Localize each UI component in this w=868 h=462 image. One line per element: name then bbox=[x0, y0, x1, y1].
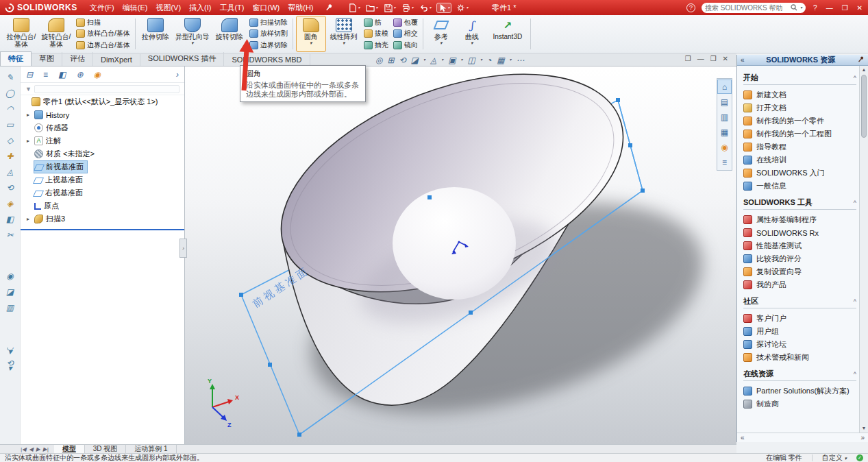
collapse-chevron-icon[interactable] bbox=[854, 371, 856, 378]
left-tool-icon[interactable] bbox=[6, 73, 13, 82]
wrap-button[interactable]: 包覆 bbox=[393, 18, 418, 28]
boundary-boss-button[interactable]: 边界凸台/基体 bbox=[76, 40, 130, 50]
section-header-start[interactable]: 开始 bbox=[743, 73, 856, 85]
tree-item-history[interactable]: History bbox=[21, 108, 184, 121]
tree-root-item[interactable]: 零件1 (默认<<默认>_显示状态 1>) bbox=[21, 95, 184, 108]
link-partner-solutions[interactable]: Partner Solutions(解决方案) bbox=[743, 385, 856, 398]
expand-arrow-icon[interactable] bbox=[27, 216, 34, 222]
menu-view[interactable]: 视图(V) bbox=[151, 1, 185, 14]
zoom-to-area-icon[interactable] bbox=[387, 56, 394, 65]
fillet-dropdown-icon[interactable] bbox=[310, 40, 312, 45]
flyout-expand-icon[interactable] bbox=[176, 70, 179, 80]
scrollbar-thumb[interactable] bbox=[861, 75, 867, 138]
featuremanager-tab-icon[interactable] bbox=[26, 70, 33, 80]
options-button[interactable] bbox=[456, 3, 469, 12]
pin-menu-icon[interactable] bbox=[325, 3, 333, 12]
extrude-boss-button[interactable]: 拉伸凸台/基体 bbox=[5, 16, 38, 51]
tab-features[interactable]: 特征 bbox=[0, 51, 32, 66]
section-header-tools[interactable]: SOLIDWORKS 工具 bbox=[743, 197, 856, 210]
zoom-to-fit-icon[interactable] bbox=[375, 56, 382, 65]
first-tab-icon[interactable] bbox=[21, 446, 26, 452]
left-tool-icon[interactable] bbox=[6, 303, 14, 313]
dimxpertmanager-tab-icon[interactable] bbox=[76, 70, 83, 80]
dropdown-icon[interactable] bbox=[467, 5, 469, 10]
design-library-tab-icon[interactable] bbox=[718, 95, 731, 108]
link-discussion-forum[interactable]: 探讨论坛 bbox=[743, 338, 856, 351]
intersect-button[interactable]: 相交 bbox=[393, 29, 418, 39]
left-tool-icon[interactable] bbox=[7, 136, 13, 145]
linear-pattern-button[interactable]: 线性阵列 bbox=[327, 16, 360, 51]
left-tool-flyout[interactable] bbox=[6, 361, 13, 371]
section-header-community[interactable]: 社区 bbox=[743, 296, 856, 308]
tree-item-material[interactable]: 材质 <未指定> bbox=[21, 147, 184, 160]
link-first-part[interactable]: 制作我的第一个零件 bbox=[743, 114, 856, 127]
close-button[interactable] bbox=[856, 4, 864, 12]
dropdown-icon[interactable] bbox=[358, 5, 360, 10]
left-tool-icon[interactable] bbox=[6, 120, 14, 130]
dropdown-icon[interactable] bbox=[412, 5, 414, 10]
link-performance-benchmark[interactable]: 性能基准测试 bbox=[743, 239, 856, 252]
tree-item-top-plane[interactable]: 上视基准面 bbox=[21, 173, 184, 186]
dropdown-icon[interactable] bbox=[376, 5, 378, 10]
left-tool-icon[interactable] bbox=[7, 199, 13, 208]
pin-pane-icon[interactable] bbox=[857, 56, 865, 64]
configurationmanager-tab-icon[interactable] bbox=[58, 70, 66, 80]
dropdown-icon[interactable] bbox=[343, 40, 345, 45]
apply-scene-icon[interactable] bbox=[497, 56, 504, 65]
tab-dimxpert[interactable]: DimXpert bbox=[93, 54, 140, 66]
left-tool-icon[interactable] bbox=[7, 167, 13, 177]
link-property-tab-builder[interactable]: 属性标签编制程序 bbox=[743, 213, 856, 226]
loft-button[interactable]: 放样凸台/基体 bbox=[76, 29, 130, 39]
link-copy-settings-wizard[interactable]: 复制设置向导 bbox=[743, 265, 856, 278]
displaymanager-tab-icon[interactable] bbox=[93, 70, 100, 80]
help-circle-icon[interactable]: ? bbox=[686, 3, 695, 12]
link-user-groups[interactable]: 用户组 bbox=[743, 325, 856, 338]
extrude-cut-button[interactable]: 拉伸切除 bbox=[139, 16, 172, 51]
save-button[interactable] bbox=[384, 3, 396, 12]
dropdown-icon[interactable] bbox=[448, 5, 450, 10]
tree-item-origin[interactable]: 原点 bbox=[21, 199, 184, 212]
doc-minimize-icon[interactable] bbox=[697, 55, 704, 62]
dropdown-icon[interactable] bbox=[440, 40, 443, 45]
left-tool-icon[interactable] bbox=[6, 230, 13, 240]
link-manufacturers[interactable]: 制造商 bbox=[743, 398, 856, 411]
link-tech-alerts-news[interactable]: 技术警戒和新闻 bbox=[743, 351, 856, 364]
tree-item-right-plane[interactable]: 右视基准面 bbox=[21, 186, 184, 199]
dropdown-icon[interactable] bbox=[510, 58, 512, 62]
left-tool-icon[interactable] bbox=[5, 88, 14, 98]
tree-item-annotations[interactable]: 注解 bbox=[21, 134, 184, 147]
prev-tab-icon[interactable] bbox=[29, 446, 33, 452]
viewport-3d-scene[interactable]: 前视基准面 Y X Z bbox=[185, 66, 736, 444]
link-online-training[interactable]: 在线培训 bbox=[743, 154, 856, 167]
menu-window[interactable]: 窗口(W) bbox=[249, 1, 284, 14]
link-general-info[interactable]: 一般信息 bbox=[743, 180, 856, 193]
collapse-chevron-icon[interactable] bbox=[854, 199, 856, 206]
panel-collapse-handle[interactable] bbox=[179, 239, 187, 258]
dropdown-icon[interactable] bbox=[394, 5, 396, 10]
collapse-chevron-icon[interactable] bbox=[854, 298, 856, 305]
dropdown-icon[interactable] bbox=[191, 40, 194, 45]
menu-insert[interactable]: 插入(I) bbox=[185, 1, 215, 14]
next-tab-icon[interactable] bbox=[36, 446, 40, 452]
menu-help[interactable]: 帮助(H) bbox=[284, 1, 317, 14]
left-tool-icon[interactable] bbox=[6, 215, 14, 224]
left-tool-icon[interactable] bbox=[6, 104, 13, 114]
tab-sketch[interactable]: 草图 bbox=[32, 52, 62, 66]
left-tool-icon[interactable] bbox=[6, 271, 13, 281]
tab-model[interactable]: 模型 bbox=[54, 445, 85, 453]
left-tool-flyout[interactable] bbox=[6, 344, 13, 354]
hole-wizard-button[interactable]: 异型孔向导 bbox=[174, 16, 211, 51]
tree-item-sensors[interactable]: 传感器 bbox=[21, 121, 184, 134]
shell-button[interactable]: 抽壳 bbox=[364, 40, 388, 50]
propertymanager-tab-icon[interactable] bbox=[43, 70, 48, 80]
view-palette-tab-icon[interactable] bbox=[718, 125, 731, 138]
search-box[interactable] bbox=[702, 3, 806, 13]
draft-button[interactable]: 拔模 bbox=[364, 29, 388, 39]
print-button[interactable] bbox=[401, 3, 414, 12]
link-my-products[interactable]: 我的产品 bbox=[743, 278, 856, 291]
dropdown-icon[interactable] bbox=[8, 350, 12, 354]
tree-filter-bar[interactable] bbox=[21, 83, 184, 95]
revolve-boss-button[interactable]: 旋转凸台/基体 bbox=[40, 16, 73, 51]
resources-tab-icon[interactable] bbox=[718, 80, 731, 93]
link-solidworks-rx[interactable]: SOLIDWORKS Rx bbox=[743, 226, 856, 239]
